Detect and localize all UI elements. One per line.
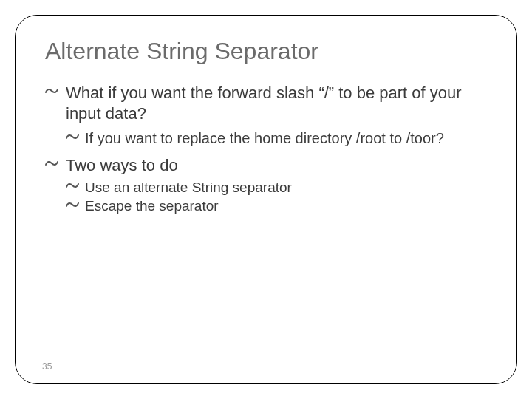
slide-frame: Alternate String Separator What if you w… [15,15,517,384]
bullet-list-level2: If you want to replace the home director… [66,129,487,148]
bullet-item: Escape the separator [66,197,487,215]
bullet-text: If you want to replace the home director… [85,130,444,146]
bullet-text: What if you want the forward slash “/” t… [66,83,462,123]
bullet-text: Escape the separator [85,198,219,214]
bullet-item: Use an alternate String separator [66,179,487,197]
slide-title: Alternate String Separator [45,38,487,65]
page-number: 35 [42,361,52,372]
bullet-list-level1: What if you want the forward slash “/” t… [45,83,487,215]
bullet-item: What if you want the forward slash “/” t… [45,83,487,148]
bullet-text: Use an alternate String separator [85,180,292,195]
bullet-item: If you want to replace the home director… [66,129,487,148]
bullet-item: Two ways to do Use an alternate String s… [45,155,487,215]
bullet-list-level3: Use an alternate String separator Escape… [66,179,487,216]
bullet-text: Two ways to do [66,156,178,174]
